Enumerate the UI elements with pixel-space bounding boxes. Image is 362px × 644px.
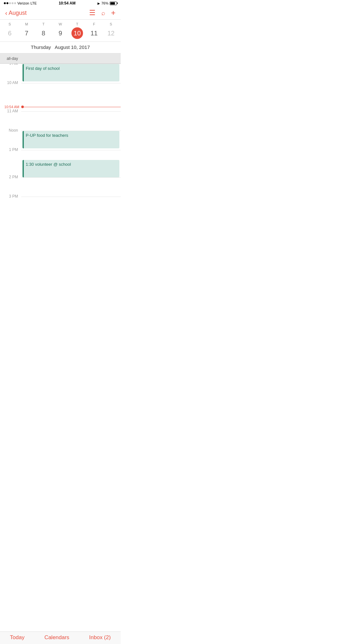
day-num-7[interactable]: 7 <box>21 27 32 39</box>
time-line-11am <box>21 111 121 112</box>
status-right: ▶ 76% <box>97 1 117 5</box>
event-first-day-text: First day of school <box>26 66 60 71</box>
week-header: S M T W T F S 6 7 8 9 10 11 12 <box>0 20 121 42</box>
location-icon: ▶ <box>97 2 100 5</box>
event-volunteer[interactable]: 1:30 volunteer @ school <box>23 160 119 177</box>
time-row-3pm: 3 PM <box>0 197 121 199</box>
time-label-11am: 11 AM <box>0 109 21 113</box>
time-row-9am: 9 AM First day of school <box>0 64 121 83</box>
signal-dot-4 <box>12 2 14 4</box>
time-label-9am: 9 AM <box>0 64 21 66</box>
time-line-9am: First day of school <box>21 64 121 81</box>
signal-dot-5 <box>14 2 16 4</box>
signal-dots <box>4 2 16 4</box>
battery-icon <box>110 2 117 5</box>
status-time: 10:54 AM <box>59 1 75 5</box>
current-time-dot <box>21 106 24 108</box>
scroll-area[interactable]: 9 AM First day of school 10 AM 10:54 AM … <box>0 64 121 199</box>
back-button[interactable]: ‹ August <box>5 9 27 17</box>
event-first-day[interactable]: First day of school <box>23 64 119 81</box>
day-label-tue: T <box>35 22 52 27</box>
day-label-sun: S <box>1 22 18 27</box>
time-row-noon: Noon P-UP food for teachers <box>0 131 121 150</box>
signal-dot-2 <box>6 2 8 4</box>
day-label-mon: M <box>18 22 35 27</box>
day-label-sat: S <box>103 22 119 27</box>
time-row-11am: 11 AM <box>0 111 121 131</box>
day-num-11[interactable]: 11 <box>88 27 100 39</box>
time-label-1pm: 1 PM <box>0 147 21 152</box>
day-numbers: 6 7 8 9 10 11 12 <box>0 27 121 42</box>
back-label: August <box>9 10 27 16</box>
signal-dot-3 <box>9 2 11 4</box>
time-line-10am <box>21 83 121 83</box>
allday-label: all-day <box>0 56 21 61</box>
day-num-6[interactable]: 6 <box>4 27 15 39</box>
full-date: August 10, 2017 <box>55 44 90 50</box>
event-pup-food-text: P-UP food for teachers <box>26 133 68 138</box>
day-labels: S M T W T F S <box>0 22 121 27</box>
day-num-8[interactable]: 8 <box>38 27 49 39</box>
nav-actions: ☰ ⌕ + <box>89 8 116 17</box>
current-time-label: 10:54 AM <box>0 105 21 109</box>
time-line-3pm <box>21 197 121 197</box>
network-label: LTE <box>31 1 37 5</box>
event-pup-food[interactable]: P-UP food for teachers <box>23 131 119 148</box>
time-line-1pm: 1:30 volunteer @ school <box>21 150 121 177</box>
day-label-wed: W <box>52 22 69 27</box>
day-num-10[interactable]: 10 <box>71 27 83 39</box>
time-label-noon: Noon <box>0 128 21 133</box>
time-label-3pm: 3 PM <box>0 194 21 199</box>
current-time-indicator: 10:54 AM <box>0 105 121 109</box>
back-chevron-icon: ‹ <box>5 9 7 17</box>
carrier-label: Verizon <box>17 1 29 5</box>
status-bar: Verizon LTE 10:54 AM ▶ 76% <box>0 0 121 6</box>
status-left: Verizon LTE <box>4 1 37 5</box>
time-line-2pm <box>21 177 121 178</box>
time-row-1pm: 1 PM 1:30 volunteer @ school <box>0 150 121 177</box>
time-row-2pm: 2 PM <box>0 177 121 197</box>
time-slots-wrapper: 9 AM First day of school 10 AM 10:54 AM … <box>0 64 121 199</box>
current-time-line <box>24 107 121 107</box>
time-row-10am: 10 AM <box>0 83 121 102</box>
time-line-noon: P-UP food for teachers <box>21 131 121 148</box>
battery-fill <box>110 2 115 5</box>
day-num-12[interactable]: 12 <box>105 27 117 39</box>
add-icon[interactable]: + <box>111 8 116 17</box>
allday-row: all-day <box>0 53 121 64</box>
signal-dot-1 <box>4 2 6 4</box>
search-icon[interactable]: ⌕ <box>101 9 105 17</box>
day-label-fri: F <box>86 22 102 27</box>
time-label-10am: 10 AM <box>0 80 21 85</box>
day-name: Thursday <box>31 44 51 50</box>
time-label-2pm: 2 PM <box>0 175 21 179</box>
day-num-9[interactable]: 9 <box>54 27 66 39</box>
nav-bar: ‹ August ☰ ⌕ + <box>0 6 121 20</box>
list-icon[interactable]: ☰ <box>89 9 96 17</box>
event-volunteer-text: 1:30 volunteer @ school <box>26 162 71 167</box>
day-label-thu: T <box>69 22 86 27</box>
date-title: Thursday August 10, 2017 <box>0 42 121 53</box>
battery-percent: 76% <box>101 1 108 5</box>
